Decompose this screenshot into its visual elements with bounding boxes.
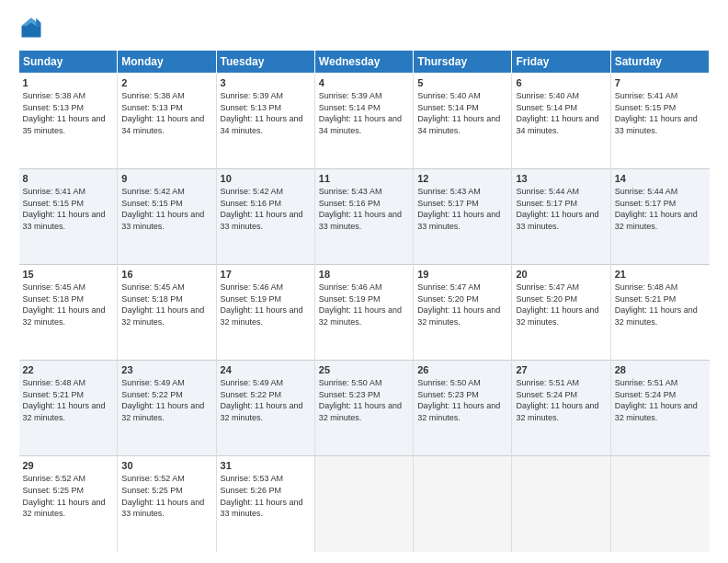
day-cell: 5Sunrise: 5:40 AMSunset: 5:14 PMDaylight… — [414, 74, 512, 169]
calendar-table: SundayMondayTuesdayWednesdayThursdayFrid… — [18, 50, 710, 552]
day-number: 6 — [516, 77, 606, 88]
day-number: 19 — [417, 269, 507, 280]
page: SundayMondayTuesdayWednesdayThursdayFrid… — [0, 0, 728, 563]
day-info: Sunrise: 5:49 AMSunset: 5:22 PMDaylight:… — [121, 377, 211, 423]
day-number: 1 — [23, 77, 114, 88]
day-info: Sunrise: 5:47 AMSunset: 5:20 PMDaylight:… — [417, 282, 507, 327]
day-cell: 31Sunrise: 5:53 AMSunset: 5:26 PMDayligh… — [216, 456, 314, 552]
day-cell — [512, 456, 610, 552]
day-number: 22 — [23, 364, 114, 375]
day-cell — [314, 456, 413, 552]
day-cell: 25Sunrise: 5:50 AMSunset: 5:23 PMDayligh… — [314, 361, 413, 456]
day-info: Sunrise: 5:42 AMSunset: 5:16 PMDaylight:… — [221, 186, 311, 232]
day-number: 4 — [319, 77, 409, 88]
day-number: 21 — [615, 269, 706, 280]
day-cell: 11Sunrise: 5:43 AMSunset: 5:16 PMDayligh… — [314, 169, 413, 265]
day-number: 3 — [221, 77, 311, 88]
logo — [18, 15, 48, 40]
day-cell: 29Sunrise: 5:52 AMSunset: 5:25 PMDayligh… — [19, 456, 118, 552]
day-cell — [610, 456, 709, 552]
logo-icon — [18, 15, 44, 40]
day-info: Sunrise: 5:46 AMSunset: 5:19 PMDaylight:… — [221, 282, 311, 327]
header — [18, 15, 710, 40]
day-cell — [414, 456, 512, 552]
day-number: 13 — [516, 173, 606, 184]
header-row: SundayMondayTuesdayWednesdayThursdayFrid… — [19, 51, 710, 74]
day-info: Sunrise: 5:39 AMSunset: 5:14 PMDaylight:… — [319, 90, 409, 136]
day-info: Sunrise: 5:40 AMSunset: 5:14 PMDaylight:… — [516, 90, 606, 136]
day-info: Sunrise: 5:38 AMSunset: 5:13 PMDaylight:… — [23, 90, 114, 136]
day-info: Sunrise: 5:38 AMSunset: 5:13 PMDaylight:… — [121, 90, 211, 136]
day-info: Sunrise: 5:41 AMSunset: 5:15 PMDaylight:… — [23, 186, 114, 232]
day-number: 30 — [121, 460, 211, 471]
day-number: 18 — [319, 269, 409, 280]
day-cell: 30Sunrise: 5:52 AMSunset: 5:25 PMDayligh… — [118, 456, 216, 552]
week-row-4: 15Sunrise: 5:45 AMSunset: 5:18 PMDayligh… — [19, 265, 710, 361]
day-number: 8 — [23, 173, 114, 184]
day-number: 7 — [615, 77, 706, 88]
day-info: Sunrise: 5:45 AMSunset: 5:18 PMDaylight:… — [121, 282, 211, 327]
day-cell: 16Sunrise: 5:45 AMSunset: 5:18 PMDayligh… — [118, 265, 216, 361]
day-cell: 6Sunrise: 5:40 AMSunset: 5:14 PMDaylight… — [512, 74, 610, 169]
day-cell: 26Sunrise: 5:50 AMSunset: 5:23 PMDayligh… — [414, 361, 512, 456]
day-cell: 20Sunrise: 5:47 AMSunset: 5:20 PMDayligh… — [512, 265, 610, 361]
day-number: 11 — [319, 173, 409, 184]
svg-marker-2 — [36, 18, 40, 27]
day-info: Sunrise: 5:43 AMSunset: 5:16 PMDaylight:… — [319, 186, 409, 232]
day-cell: 15Sunrise: 5:45 AMSunset: 5:18 PMDayligh… — [19, 265, 118, 361]
day-info: Sunrise: 5:45 AMSunset: 5:18 PMDaylight:… — [23, 282, 114, 327]
day-number: 16 — [121, 269, 211, 280]
week-row-5: 22Sunrise: 5:48 AMSunset: 5:21 PMDayligh… — [19, 361, 710, 456]
col-header-sunday: Sunday — [19, 51, 118, 74]
day-number: 28 — [615, 364, 706, 375]
week-row-6: 29Sunrise: 5:52 AMSunset: 5:25 PMDayligh… — [19, 456, 710, 552]
day-cell: 21Sunrise: 5:48 AMSunset: 5:21 PMDayligh… — [610, 265, 709, 361]
day-info: Sunrise: 5:41 AMSunset: 5:15 PMDaylight:… — [615, 90, 706, 136]
day-info: Sunrise: 5:53 AMSunset: 5:26 PMDaylight:… — [221, 473, 311, 519]
col-header-wednesday: Wednesday — [314, 51, 413, 74]
day-number: 29 — [23, 460, 114, 471]
col-header-friday: Friday — [512, 51, 610, 74]
day-number: 23 — [121, 364, 211, 375]
day-info: Sunrise: 5:50 AMSunset: 5:23 PMDaylight:… — [417, 377, 507, 423]
day-cell: 22Sunrise: 5:48 AMSunset: 5:21 PMDayligh… — [19, 361, 118, 456]
day-cell: 14Sunrise: 5:44 AMSunset: 5:17 PMDayligh… — [610, 169, 709, 265]
day-info: Sunrise: 5:50 AMSunset: 5:23 PMDaylight:… — [319, 377, 409, 423]
day-info: Sunrise: 5:42 AMSunset: 5:15 PMDaylight:… — [121, 186, 211, 232]
day-cell: 18Sunrise: 5:46 AMSunset: 5:19 PMDayligh… — [314, 265, 413, 361]
day-info: Sunrise: 5:44 AMSunset: 5:17 PMDaylight:… — [516, 186, 606, 232]
day-cell: 27Sunrise: 5:51 AMSunset: 5:24 PMDayligh… — [512, 361, 610, 456]
day-info: Sunrise: 5:46 AMSunset: 5:19 PMDaylight:… — [319, 282, 409, 327]
day-cell: 23Sunrise: 5:49 AMSunset: 5:22 PMDayligh… — [118, 361, 216, 456]
week-row-2: 1Sunrise: 5:38 AMSunset: 5:13 PMDaylight… — [19, 74, 710, 169]
day-cell: 19Sunrise: 5:47 AMSunset: 5:20 PMDayligh… — [414, 265, 512, 361]
col-header-tuesday: Tuesday — [216, 51, 314, 74]
day-cell: 2Sunrise: 5:38 AMSunset: 5:13 PMDaylight… — [118, 74, 216, 169]
day-cell: 7Sunrise: 5:41 AMSunset: 5:15 PMDaylight… — [610, 74, 709, 169]
day-number: 26 — [417, 364, 507, 375]
day-cell: 24Sunrise: 5:49 AMSunset: 5:22 PMDayligh… — [216, 361, 314, 456]
day-info: Sunrise: 5:40 AMSunset: 5:14 PMDaylight:… — [417, 90, 507, 136]
day-number: 12 — [417, 173, 507, 184]
day-info: Sunrise: 5:39 AMSunset: 5:13 PMDaylight:… — [221, 90, 311, 136]
day-cell: 28Sunrise: 5:51 AMSunset: 5:24 PMDayligh… — [610, 361, 709, 456]
col-header-thursday: Thursday — [414, 51, 512, 74]
day-number: 25 — [319, 364, 409, 375]
day-number: 20 — [516, 269, 606, 280]
day-info: Sunrise: 5:47 AMSunset: 5:20 PMDaylight:… — [516, 282, 606, 327]
day-info: Sunrise: 5:44 AMSunset: 5:17 PMDaylight:… — [615, 186, 706, 232]
day-info: Sunrise: 5:51 AMSunset: 5:24 PMDaylight:… — [615, 377, 706, 423]
calendar: SundayMondayTuesdayWednesdayThursdayFrid… — [18, 50, 710, 552]
day-number: 31 — [221, 460, 311, 471]
day-cell: 10Sunrise: 5:42 AMSunset: 5:16 PMDayligh… — [216, 169, 314, 265]
day-cell: 12Sunrise: 5:43 AMSunset: 5:17 PMDayligh… — [414, 169, 512, 265]
day-cell: 13Sunrise: 5:44 AMSunset: 5:17 PMDayligh… — [512, 169, 610, 265]
day-cell: 17Sunrise: 5:46 AMSunset: 5:19 PMDayligh… — [216, 265, 314, 361]
day-number: 9 — [121, 173, 211, 184]
day-info: Sunrise: 5:52 AMSunset: 5:25 PMDaylight:… — [23, 473, 114, 519]
day-cell: 3Sunrise: 5:39 AMSunset: 5:13 PMDaylight… — [216, 74, 314, 169]
day-cell: 9Sunrise: 5:42 AMSunset: 5:15 PMDaylight… — [118, 169, 216, 265]
col-header-saturday: Saturday — [610, 51, 709, 74]
day-info: Sunrise: 5:52 AMSunset: 5:25 PMDaylight:… — [121, 473, 211, 519]
day-number: 15 — [23, 269, 114, 280]
